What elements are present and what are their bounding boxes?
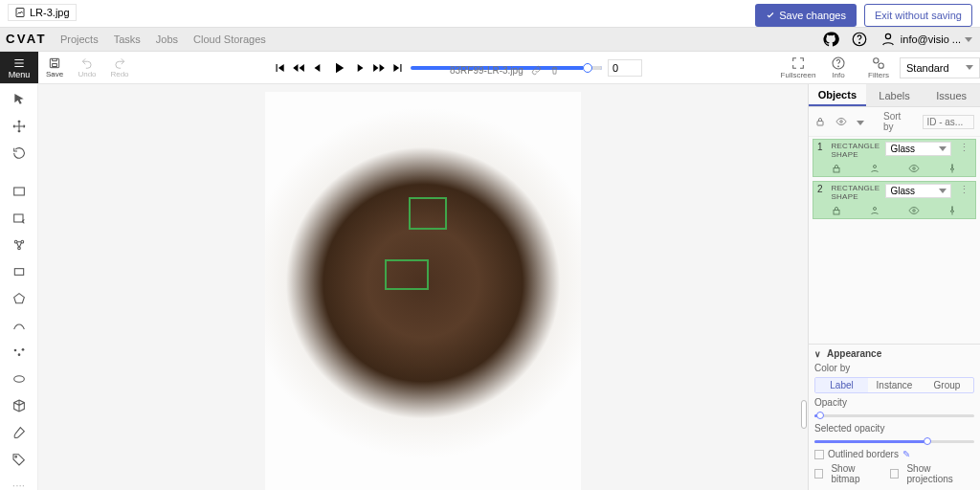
rotate-tool[interactable] [8,145,31,161]
move-tool[interactable] [8,119,31,134]
cursor-tool[interactable] [8,92,31,107]
color-by-segment[interactable]: Label Instance Group [814,377,974,393]
workspace-mode-select[interactable]: Standard [900,57,980,78]
frame-number-input[interactable] [608,59,642,77]
object-visibility-icon[interactable] [908,205,920,216]
show-bitmap-label: Show bitmap [831,463,882,484]
nav-projects[interactable]: Projects [60,33,99,45]
object-more-icon[interactable]: ⋮ [957,184,971,196]
cuboid-tool[interactable] [8,398,31,413]
svg-point-17 [17,247,20,250]
menu-button[interactable]: Menu [0,52,38,83]
polyline-tool[interactable] [8,318,31,333]
hide-all-icon[interactable] [835,116,847,127]
svg-point-16 [21,240,24,243]
info-button[interactable]: Info [819,56,858,79]
user-menu[interactable]: info@visio ... [880,31,972,48]
sort-select[interactable]: ID - as... [923,115,974,129]
ellipse-tool[interactable] [8,371,31,387]
track-rectangle-tool[interactable] [8,211,31,226]
object-label-select[interactable]: Glass [885,142,951,156]
object-item-2[interactable]: 2 RECTANGLE SHAPE Glass ⋮ [813,181,976,219]
polygon-tool[interactable] [8,291,31,306]
rectangle-tool[interactable] [8,184,31,199]
copy-link-icon[interactable] [531,65,542,76]
svg-point-21 [21,348,24,351]
player-forward-icon[interactable] [353,61,367,75]
tag-tool[interactable] [8,452,31,467]
svg-point-2 [858,42,859,43]
bbox-2[interactable] [385,259,429,290]
skeleton-tool[interactable] [8,237,31,253]
tab-labels[interactable]: Labels [866,84,924,106]
selected-opacity-slider[interactable] [814,437,974,445]
object-label-select[interactable]: Glass [885,184,951,198]
svg-rect-26 [834,168,839,173]
side-scrollbar-thumb[interactable] [801,400,807,429]
chevron-down-icon [965,37,972,42]
object-pin-icon[interactable] [947,163,958,174]
object-occluded-icon[interactable] [869,163,880,174]
save-button[interactable]: Save [38,52,71,83]
parallelogram-tool[interactable] [8,264,31,279]
fullscreen-button[interactable]: Fullscreen [779,56,817,79]
player-play-icon[interactable] [330,59,347,77]
object-pin-icon[interactable] [947,205,958,216]
object-visibility-icon[interactable] [908,163,920,174]
exit-without-saving-button[interactable]: Exit without saving [864,4,972,27]
outlined-borders-checkbox[interactable] [814,450,824,459]
github-icon[interactable] [822,31,839,48]
object-more-icon[interactable]: ⋮ [957,142,971,154]
object-lock-icon[interactable] [831,205,842,216]
tab-issues[interactable]: Issues [923,84,980,106]
color-by-label: Color by [814,363,974,373]
undo-button[interactable]: Undo [71,52,103,83]
svg-rect-24 [817,122,823,126]
object-occluded-icon[interactable] [869,205,880,216]
pencil-icon[interactable]: ✎ [902,449,910,459]
seg-instance[interactable]: Instance [868,378,921,392]
redo-button[interactable]: Redo [103,52,136,83]
bbox-1[interactable] [409,197,447,230]
svg-point-31 [912,210,915,212]
object-lock-icon[interactable] [831,163,842,174]
annotation-canvas[interactable] [38,84,808,490]
nav-jobs[interactable]: Jobs [156,33,178,45]
seg-group[interactable]: Group [921,378,973,392]
show-projections-checkbox[interactable] [890,469,899,479]
points-tool[interactable] [8,345,31,360]
svg-rect-0 [16,9,24,17]
nav-cloud-storages[interactable]: Cloud Storages [193,33,266,45]
svg-rect-29 [834,211,839,215]
delete-frame-icon[interactable] [549,65,560,76]
tab-objects[interactable]: Objects [809,84,866,106]
object-id: 2 [817,184,825,194]
svg-point-20 [17,353,20,356]
player-backward-icon[interactable] [311,61,324,75]
appearance-header[interactable]: ∨ Appearance [814,348,974,359]
player-backward-many-icon[interactable] [292,61,305,75]
more-tools[interactable]: ···· [8,479,31,490]
file-chip: LR-3.jpg [8,4,77,21]
help-icon[interactable] [851,31,868,48]
file-name: LR-3.jpg [30,7,70,18]
svg-rect-18 [14,269,23,276]
object-item-1[interactable]: 1 RECTANGLE SHAPE Glass ⋮ [813,139,976,177]
brush-tool[interactable] [8,425,31,440]
filters-button[interactable]: Filters [859,56,898,79]
player-first-icon[interactable] [273,61,286,75]
svg-point-23 [14,457,16,458]
player-forward-many-icon[interactable] [372,61,386,75]
seg-label[interactable]: Label [815,378,868,392]
player-last-icon[interactable] [391,61,405,75]
opacity-slider[interactable] [814,412,974,419]
svg-rect-14 [13,214,22,222]
lock-all-icon[interactable] [814,116,826,127]
show-bitmap-checkbox[interactable] [814,469,823,479]
nav-tasks[interactable]: Tasks [114,33,141,45]
save-changes-button[interactable]: Save changes [755,4,857,27]
expand-all-icon[interactable] [857,116,864,127]
svg-point-8 [874,58,879,63]
image-frame [265,92,581,490]
object-kind: RECTANGLE SHAPE [831,184,880,201]
